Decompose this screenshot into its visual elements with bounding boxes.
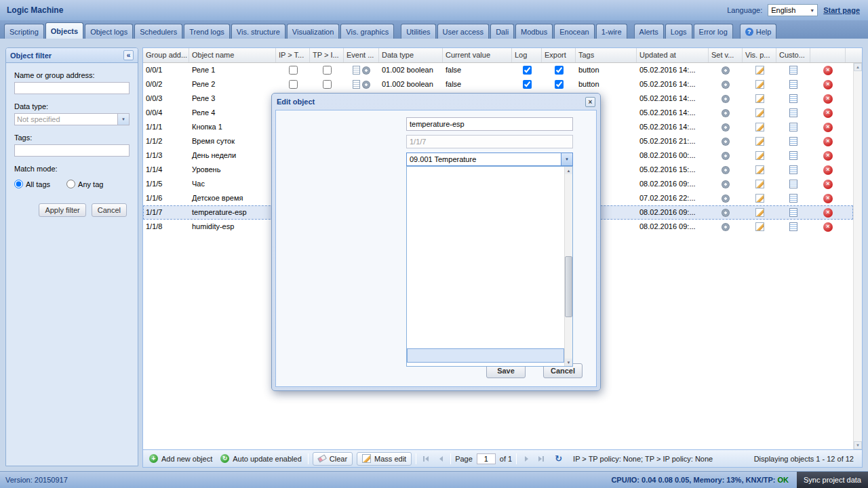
custom-values-icon[interactable] [789,123,797,131]
set-value-icon[interactable] [722,209,730,217]
column-header-tags[interactable]: Tags [576,48,637,62]
auto-update-button[interactable]: ↻ Auto update enabled [218,453,304,464]
dropdown-option[interactable] [407,166,564,178]
scrollbar-thumb[interactable] [565,256,572,317]
scroll-up-icon[interactable]: ▲ [565,167,572,174]
dropdown-option[interactable] [407,263,564,277]
dropdown-option[interactable] [407,235,564,249]
chevron-down-icon[interactable]: ▼ [117,114,129,125]
tp-ip-checkbox[interactable] [323,66,332,75]
dropdown-option[interactable] [407,306,564,320]
custom-values-icon[interactable] [789,222,797,231]
column-header-tp-ip[interactable]: TP > I... [310,48,344,62]
tab[interactable]: Error log [694,24,733,39]
table-row[interactable]: 0/0/1 Реле 1 01.002 boolean false button… [143,63,853,77]
export-checkbox[interactable] [555,80,564,89]
dropdown-option[interactable] [407,320,564,334]
tp-ip-checkbox[interactable] [323,80,332,89]
delete-icon[interactable]: × [823,180,833,189]
delete-icon[interactable]: × [823,222,833,232]
dropdown-option[interactable] [407,334,564,348]
set-value-icon[interactable] [722,180,730,188]
set-value-icon[interactable] [722,123,730,131]
tab[interactable]: Visualization [287,24,340,39]
tab[interactable]: 1-wire [596,24,627,39]
collapse-panel-icon[interactable]: « [123,50,134,60]
ip-tp-checkbox[interactable] [289,80,298,89]
custom-values-icon[interactable] [789,80,797,89]
grid-vertical-scrollbar[interactable]: ▲ ▼ [853,63,862,449]
dropdown-option[interactable] [407,178,564,192]
tab[interactable]: ? Help [740,24,777,39]
column-header-data-type[interactable]: Data type [379,48,443,62]
all-tags-radio[interactable] [14,180,23,188]
tab[interactable]: Vis. structure [231,24,285,39]
tab[interactable]: Scripting [4,24,44,39]
tab[interactable]: Schedulers [134,24,182,39]
page-number-input[interactable] [477,453,496,464]
export-checkbox[interactable] [555,66,564,75]
delete-icon[interactable]: × [823,137,833,146]
column-header-set-value[interactable]: Set v... [709,48,743,62]
dropdown-option[interactable] [407,249,564,263]
delete-icon[interactable]: × [823,123,833,132]
scroll-up-icon[interactable]: ▲ [854,63,862,71]
delete-icon[interactable]: × [823,108,833,118]
vis-params-icon[interactable] [755,222,764,231]
custom-values-icon[interactable] [789,94,797,103]
delete-icon[interactable]: × [823,151,833,161]
name-filter-input[interactable] [14,82,130,94]
column-header-group-address[interactable]: Group add... [143,48,189,62]
delete-icon[interactable]: × [823,165,833,175]
all-tags-option[interactable]: All tags [14,180,50,188]
column-header-event[interactable]: Event ... [344,48,379,62]
tab[interactable]: Enocean [554,24,594,39]
vis-params-icon[interactable] [755,94,764,103]
close-icon[interactable]: × [585,97,595,107]
column-header-custom[interactable]: Custo... [776,48,810,62]
scroll-down-icon[interactable]: ▼ [854,441,862,449]
set-value-icon[interactable] [722,66,730,75]
start-page-link[interactable]: Start page [823,6,860,14]
log-checkbox[interactable] [523,80,532,89]
custom-values-icon[interactable] [789,194,797,203]
dropdown-scrollbar[interactable]: ▲ ▼ [564,167,572,366]
set-value-icon[interactable] [722,223,730,231]
vis-params-icon[interactable] [755,137,764,146]
apply-filter-button[interactable]: Apply filter [39,203,85,217]
tab[interactable]: Utilities [401,24,435,39]
any-tag-option[interactable]: Any tag [66,180,103,188]
event-gear-icon[interactable] [362,66,370,75]
dialog-header[interactable]: Edit object × [272,94,600,110]
vis-params-icon[interactable] [755,80,764,89]
column-header-current-value[interactable]: Current value [443,48,512,62]
custom-values-icon[interactable] [789,137,797,146]
chevron-down-icon[interactable]: ▼ [561,153,572,165]
event-gear-icon[interactable] [362,81,370,89]
dropdown-option[interactable] [407,348,564,363]
custom-values-icon[interactable] [789,66,797,75]
tab[interactable]: Dali [490,24,514,39]
column-header-vis-params[interactable]: Vis. p... [743,48,776,62]
tab[interactable]: Logs [665,24,692,39]
vis-params-icon[interactable] [755,208,764,217]
column-header-ip-tp[interactable]: IP > T... [276,48,310,62]
column-header-object-name[interactable]: Object name [189,48,276,62]
log-checkbox[interactable] [523,66,532,75]
first-page-button[interactable] [420,453,431,464]
vis-params-icon[interactable] [755,66,764,75]
set-value-icon[interactable] [722,138,730,146]
vis-params-icon[interactable] [755,180,764,188]
set-value-icon[interactable] [722,152,730,160]
language-select[interactable]: English ▼ [768,4,818,16]
delete-icon[interactable]: × [823,208,833,218]
tab[interactable]: Trend logs [184,24,230,39]
vis-params-icon[interactable] [755,108,764,117]
delete-icon[interactable]: × [823,66,833,75]
tab[interactable]: Modbus [515,24,553,39]
any-tag-radio[interactable] [66,180,75,188]
clear-button[interactable]: Clear [313,452,353,466]
column-header-export[interactable]: Export [542,48,576,62]
tab[interactable]: Vis. graphics [340,24,394,39]
tab[interactable]: User access [437,24,490,39]
